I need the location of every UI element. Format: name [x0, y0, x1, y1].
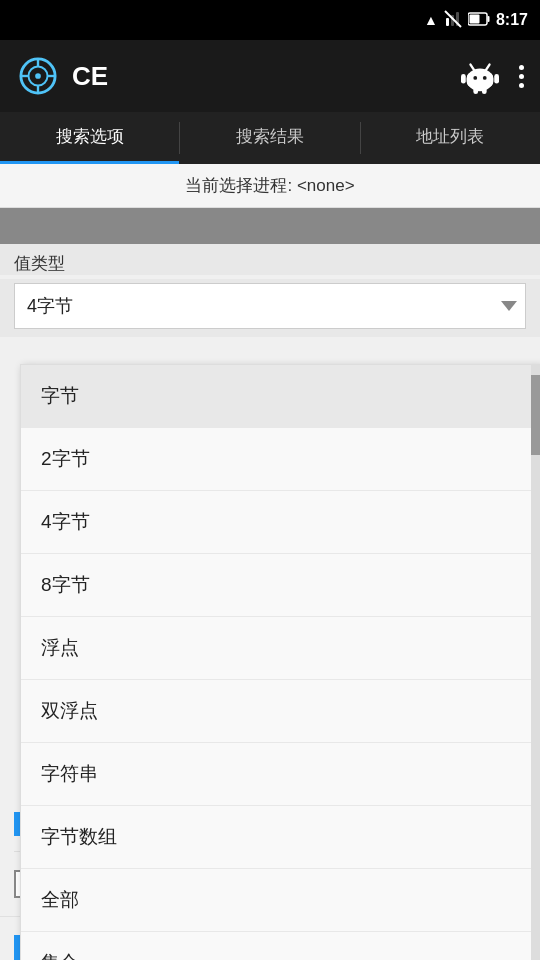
battery-icon — [468, 12, 490, 29]
tab-search-options[interactable]: 搜索选项 — [0, 112, 179, 164]
status-icons: ▲ 8:17 — [424, 10, 528, 31]
svg-point-9 — [35, 73, 41, 79]
svg-point-17 — [483, 76, 487, 80]
dropdown-item-3[interactable]: 8字节 — [21, 554, 540, 617]
dropdown-selected-value: 4字节 — [27, 294, 73, 318]
more-menu-button[interactable] — [519, 65, 524, 88]
process-text: 当前选择进程: <none> — [185, 176, 354, 195]
svg-line-19 — [486, 65, 490, 71]
tab-search-results[interactable]: 搜索结果 — [180, 112, 359, 164]
svg-line-18 — [471, 65, 475, 71]
dropdown-item-1[interactable]: 2字节 — [21, 428, 540, 491]
menu-dot — [519, 65, 524, 70]
signal-off-icon — [444, 10, 462, 31]
title-right — [461, 57, 524, 95]
tab-address-list[interactable]: 地址列表 — [361, 112, 540, 164]
app-icon — [16, 54, 60, 98]
app-title: CE — [72, 61, 108, 92]
tabs: 搜索选项 搜索结果 地址列表 — [0, 112, 540, 164]
dropdown-item-7[interactable]: 字节数组 — [21, 806, 540, 869]
dropdown-item-8[interactable]: 全部 — [21, 869, 540, 932]
wifi-icon: ▲ — [424, 12, 438, 28]
android-icon — [461, 57, 499, 95]
dropdown-item-0[interactable]: 字节 — [21, 365, 540, 428]
svg-point-16 — [473, 76, 477, 80]
svg-rect-21 — [494, 74, 499, 84]
dropdown-menu: 字节 2字节 4字节 8字节 浮点 双浮点 字符串 字节数组 全部 集合 — [20, 364, 540, 960]
value-type-dropdown[interactable]: 4字节 — [14, 283, 526, 329]
svg-rect-20 — [461, 74, 466, 84]
dropdown-item-5[interactable]: 双浮点 — [21, 680, 540, 743]
title-bar: CE — [0, 40, 540, 112]
menu-dot — [519, 83, 524, 88]
svg-rect-6 — [469, 14, 479, 23]
dropdown-arrow-icon — [501, 301, 517, 311]
dropdown-scrollbar[interactable] — [531, 365, 540, 960]
gray-divider — [0, 208, 540, 244]
svg-rect-5 — [487, 16, 489, 22]
dropdown-item-4[interactable]: 浮点 — [21, 617, 540, 680]
scrollbar-thumb — [531, 375, 540, 455]
svg-rect-22 — [473, 87, 478, 94]
process-bar[interactable]: 当前选择进程: <none> — [0, 164, 540, 208]
menu-dot — [519, 74, 524, 79]
dropdown-row: 4字节 — [0, 279, 540, 337]
value-type-section: 值类型 — [0, 244, 540, 275]
svg-rect-23 — [482, 87, 487, 94]
content-wrapper: 值类型 4字节 字节 2字节 4字节 8字节 浮点 双浮点 字符串 — [0, 244, 540, 960]
dropdown-item-6[interactable]: 字符串 — [21, 743, 540, 806]
status-bar: ▲ 8:17 — [0, 0, 540, 40]
dropdown-item-9[interactable]: 集合 — [21, 932, 540, 960]
value-type-label: 值类型 — [14, 252, 526, 275]
svg-rect-15 — [467, 72, 494, 87]
dropdown-item-2[interactable]: 4字节 — [21, 491, 540, 554]
title-left: CE — [16, 54, 108, 98]
svg-rect-0 — [446, 18, 449, 26]
status-time: 8:17 — [496, 11, 528, 29]
